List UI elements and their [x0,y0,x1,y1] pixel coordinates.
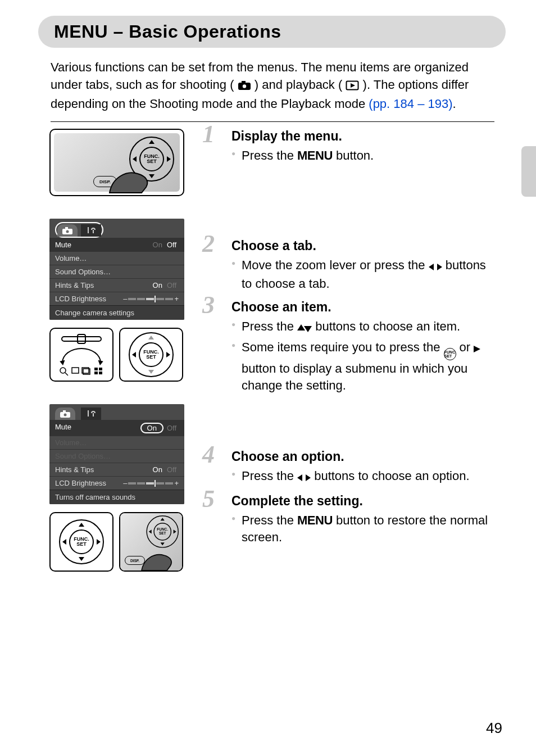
title-bar: MENU – Basic Operations [38,16,506,48]
menu-row: LCD Brightness –+ [49,476,184,490]
menu-row-opt-on: Off [167,241,176,249]
lcd-menu-a: Mute OnOff Volume… Sound Options… Hints … [49,219,184,320]
menu-row-label: Sound Options… [55,268,111,276]
step-bullet: Move the zoom lever or press the buttons… [231,257,494,292]
rotate-arrows-icon [62,348,101,363]
svg-marker-25 [304,326,312,332]
func-set-label: FUNC. SET [153,523,171,541]
shooting-tab-icon [57,224,78,237]
svg-rect-6 [65,227,68,229]
menu-row: Hints & Tips OnOff [49,463,184,476]
page-number: 49 [486,719,502,737]
svg-rect-15 [94,368,98,370]
svg-point-21 [64,413,67,416]
step-number: 4 [202,442,215,467]
menu-row-opt-dim: On [153,241,162,249]
illustration-menu-press: FUNC. SET DISP. MENU [49,129,184,196]
svg-rect-9 [78,334,85,343]
left-right-arrows-icon [297,469,311,486]
bullet-text: Press the [242,469,297,483]
svg-point-2 [242,84,246,88]
svg-rect-17 [94,372,98,374]
svg-marker-27 [297,474,302,481]
menu-row: LCD Brightness –+ [49,292,184,305]
svg-point-10 [60,368,66,373]
playback-icon [346,78,359,96]
svg-point-7 [66,230,69,233]
svg-marker-28 [306,474,311,481]
intro-text-2: ) and playback ( [255,78,343,92]
menu-row: Sound Options… [49,449,184,463]
brightness-slider: –+ [123,295,179,303]
right-arrow-icon [474,341,480,357]
step-4: 4 Choose an option. Press the buttons to… [207,449,494,486]
bullet-text: button to display a submenu in which you… [242,361,467,392]
bullet-text: buttons to choose an option. [311,469,470,483]
step-title: Choose an item. [231,300,494,315]
zoom-icons-row [56,366,107,376]
step-number: 5 [202,487,215,511]
menu-row: Mute OnOff [49,238,184,251]
menu-row: Hints & Tips OnOff [49,278,184,292]
menu-row-label: Mute [55,241,71,249]
bullet-text: or [456,340,474,354]
illustration-menu-press-small: FUNC. SET DISP. MENU [119,512,183,572]
page-reference-link[interactable]: (pp. 184 – 193) [369,97,452,111]
menu-row-label: Volume… [55,438,87,447]
menu-row-label: Hints & Tips [55,281,94,289]
left-right-arrows-icon [429,259,442,275]
menu-row-opt-on: On [153,281,162,289]
bullet-text: Press the [242,319,297,333]
thumb-pointer-icon [139,549,179,572]
step-title: Choose an option. [231,449,494,464]
brightness-slider: –+ [123,479,179,487]
func-set-label: FUNC. SET [139,342,163,367]
tools-tab-icon [81,224,101,237]
illustration-zoom-lever [49,328,113,382]
bullet-text: Some items require you to press the [242,340,444,354]
section-tab [521,146,536,197]
shooting-tab-icon [55,408,75,420]
step-bullet: Press the MENU button to restore the nor… [231,512,494,545]
menu-row: Sound Options… [49,265,184,278]
menu-row: Volume… [49,251,184,265]
step-number: 3 [202,293,215,318]
lcd-menu-b: Mute On Off Volume… Sound Options… Hints… [49,404,184,504]
menu-row-label: LCD Brightness [55,295,106,303]
step-bullet: Some items require you to press the FUNC… [231,339,494,393]
illustration-dpad-lr: FUNC. SET [119,328,183,382]
svg-rect-16 [99,368,102,370]
zoom-lever-icon [56,333,107,345]
step-1: 1 Display the menu. Press the MENU butto… [207,129,494,164]
menu-glyph: MENU [297,148,333,162]
bullet-text: button. [333,148,374,162]
menu-row-opt-on: On [147,424,157,432]
step-bullet: Press the buttons to choose an item. [231,318,494,337]
menu-row-opt-dim: Off [167,465,176,474]
step-number: 1 [202,122,215,147]
svg-marker-26 [474,346,480,352]
func-set-icon: FUNCSET [444,348,456,360]
bullet-text: Move the zoom lever or press the [242,258,429,272]
step-3: 3 Choose an item. Press the buttons to c… [207,300,494,393]
func-set-label: FUNC. SET [69,529,94,554]
svg-rect-12 [72,368,79,373]
intro-text-4: . [453,97,456,111]
step-title: Choose a tab. [231,238,494,253]
bullet-text: Press the [242,513,297,527]
page-title: MENU – Basic Operations [54,21,490,42]
svg-rect-20 [63,410,66,412]
step-bullet: Press the MENU button. [231,147,494,164]
menu-row-label: Mute [55,423,71,433]
menu-row-opt-dim: Off [167,281,176,289]
menu-row: Volume… [49,436,184,449]
svg-line-11 [65,373,68,375]
intro-paragraph: Various functions can be set from the me… [51,59,494,112]
svg-marker-23 [437,264,442,270]
menu-row-label: Volume… [55,254,87,262]
menu-row-label: LCD Brightness [55,479,106,487]
svg-marker-24 [297,324,305,331]
svg-marker-4 [351,83,355,88]
step-number: 2 [202,232,215,256]
svg-rect-8 [62,337,101,341]
